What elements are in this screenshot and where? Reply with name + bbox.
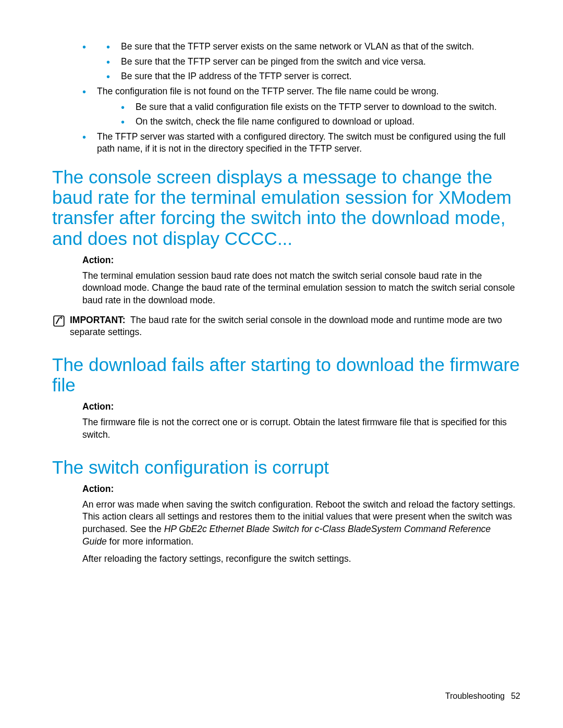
action-label: Action: [82, 484, 516, 495]
list-item: Be sure that the TFTP server exists on t… [106, 41, 521, 53]
list-item: Be sure that the TFTP server can be ping… [106, 56, 521, 68]
section1-content: Action: The terminal emulation session b… [82, 255, 516, 307]
action-text-1: An error was made when saving the switch… [82, 499, 516, 548]
important-text: IMPORTANT: The baud rate for the switch … [70, 314, 521, 339]
action-text: The firmware file is not the correct one… [82, 416, 516, 441]
action-label: Action: [82, 255, 516, 266]
page-footer: Troubleshooting52 [445, 692, 520, 701]
footer-section: Troubleshooting [445, 692, 505, 700]
section3-content: Action: An error was made when saving th… [82, 484, 516, 565]
footer-page-number: 52 [511, 692, 520, 700]
section2-content: Action: The firmware file is not the cor… [82, 401, 516, 441]
list-item: On the switch, check the file name confi… [121, 116, 521, 128]
list-item: The configuration file is not found on t… [82, 85, 521, 128]
section-heading-config-corrupt: The switch configuration is corrupt [52, 457, 521, 477]
action-label: Action: [82, 401, 516, 412]
important-note: IMPORTANT: The baud rate for the switch … [52, 314, 521, 339]
important-icon [52, 314, 67, 330]
document-page: Be sure that the TFTP server exists on t… [0, 0, 563, 728]
list-item: Be sure that a valid configuration file … [121, 101, 521, 114]
action-text-2: After reloading the factory settings, re… [82, 553, 516, 565]
action-text: The terminal emulation session baud rate… [82, 270, 516, 307]
list-item: Be sure that the IP address of the TFTP … [106, 70, 521, 83]
list-item: The TFTP server was started with a confi… [82, 131, 521, 155]
bullet-list-continuation: Be sure that the TFTP server exists on t… [52, 41, 521, 155]
section-heading-baud-rate: The console screen displays a message to… [52, 167, 521, 249]
list-item: Be sure that the TFTP server exists on t… [82, 41, 521, 83]
section-heading-download-fails: The download fails after starting to dow… [52, 354, 521, 395]
